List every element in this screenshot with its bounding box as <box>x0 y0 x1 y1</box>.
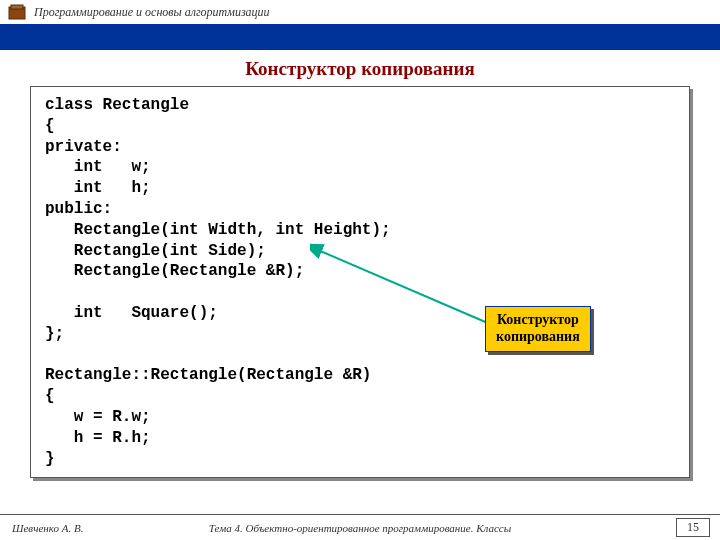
footer-topic: Тема 4. Объектно-ориентированное програм… <box>209 522 511 534</box>
course-title: Программирование и основы алгоритмизации <box>34 5 270 20</box>
svg-rect-1 <box>11 5 23 9</box>
footer-page: 15 <box>676 518 710 537</box>
footer-author: Шевченко А. В. <box>12 522 83 534</box>
header-strip <box>0 24 720 50</box>
footer: Шевченко А. В. Тема 4. Объектно-ориентир… <box>0 514 720 540</box>
callout-line2: копирования <box>496 329 580 346</box>
callout-box: Конструктор копирования <box>485 306 591 352</box>
callout-line1: Конструктор <box>496 312 580 329</box>
slide-title: Конструктор копирования <box>0 58 720 80</box>
top-bar: Программирование и основы алгоритмизации <box>0 0 720 24</box>
code-block: class Rectangle { private: int w; int h;… <box>30 86 690 478</box>
course-icon <box>8 4 26 20</box>
